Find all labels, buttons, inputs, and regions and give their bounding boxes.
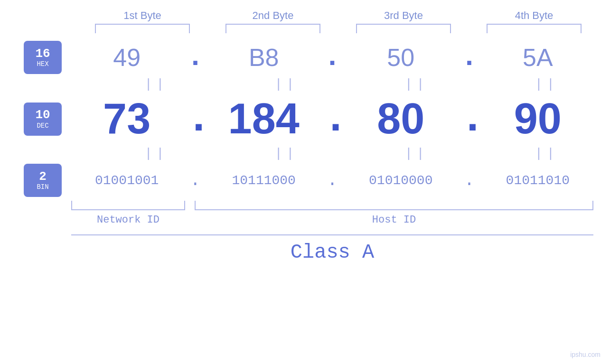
equals-7: || bbox=[364, 146, 469, 161]
hex-val-1: 49 bbox=[75, 43, 179, 72]
hex-val-2: B8 bbox=[212, 43, 316, 72]
bin-row: 2 BIN 01001001 . 10111000 . 01010000 . 0… bbox=[9, 164, 601, 197]
bin-val-1: 01001001 bbox=[75, 173, 179, 188]
bottom-section: Network ID Host ID Class A bbox=[9, 201, 601, 264]
bracket-1 bbox=[95, 24, 190, 33]
dec-badge-label: DEC bbox=[37, 122, 48, 130]
dec-val-3: 80 bbox=[348, 94, 453, 143]
equals-1: || bbox=[104, 77, 208, 92]
hex-values: 49 . B8 . 50 . 5A bbox=[71, 43, 593, 72]
bin-badge-num: 2 bbox=[39, 170, 47, 184]
host-id-label: Host ID bbox=[195, 214, 593, 226]
main-container: 1st Byte 2nd Byte 3rd Byte 4th Byte 16 H… bbox=[0, 0, 610, 364]
bin-badge: 2 BIN bbox=[24, 164, 62, 197]
bin-values: 01001001 . 10111000 . 01010000 . 0101101… bbox=[71, 171, 593, 190]
dec-values: 73 . 184 . 80 . 90 bbox=[71, 94, 593, 143]
bin-val-4: 01011010 bbox=[486, 173, 590, 188]
byte-header-1: 1st Byte bbox=[90, 9, 195, 22]
hex-val-3: 50 bbox=[348, 43, 453, 72]
id-labels-row: Network ID Host ID bbox=[71, 214, 593, 226]
hex-row: 16 HEX 49 . B8 . 50 . 5A bbox=[9, 41, 601, 74]
equals-2: || bbox=[234, 77, 338, 92]
class-label: Class A bbox=[71, 241, 593, 264]
network-id-label: Network ID bbox=[71, 214, 185, 226]
equals-3: || bbox=[364, 77, 469, 92]
byte-header-2: 2nd Byte bbox=[221, 9, 325, 22]
equals-8: || bbox=[494, 146, 599, 161]
equals-row-1: || || || || bbox=[9, 76, 601, 93]
dot-hex-1: . bbox=[186, 43, 205, 72]
equals-row-2: || || || || bbox=[9, 145, 601, 162]
dot-dec-3: . bbox=[460, 95, 479, 143]
equals-cells-2: || || || || bbox=[102, 145, 601, 162]
dot-hex-3: . bbox=[460, 43, 479, 72]
bin-val-2: 10111000 bbox=[212, 173, 316, 188]
dot-bin-1: . bbox=[186, 171, 205, 190]
host-id-bracket bbox=[195, 201, 593, 210]
top-brackets bbox=[77, 24, 600, 33]
bracket-2 bbox=[225, 24, 320, 33]
dot-dec-1: . bbox=[186, 95, 205, 143]
dec-badge: 10 DEC bbox=[24, 103, 62, 136]
bin-val-3: 01010000 bbox=[348, 173, 453, 188]
equals-4: || bbox=[494, 77, 599, 92]
byte-header-4: 4th Byte bbox=[482, 9, 586, 22]
equals-cells-1: || || || || bbox=[102, 76, 601, 93]
dec-val-4: 90 bbox=[486, 94, 590, 143]
byte-header-3: 3rd Byte bbox=[351, 9, 456, 22]
dot-bin-2: . bbox=[323, 171, 342, 190]
dec-val-2: 184 bbox=[212, 94, 316, 143]
bracket-4 bbox=[487, 24, 582, 33]
dot-hex-2: . bbox=[323, 43, 342, 72]
bin-badge-label: BIN bbox=[37, 183, 48, 191]
hex-badge: 16 HEX bbox=[24, 41, 62, 74]
hex-badge-num: 16 bbox=[35, 47, 50, 61]
byte-headers-row: 1st Byte 2nd Byte 3rd Byte 4th Byte bbox=[77, 9, 600, 22]
hex-badge-label: HEX bbox=[37, 60, 48, 68]
dec-row: 10 DEC 73 . 184 . 80 . 90 bbox=[9, 94, 601, 143]
dot-dec-2: . bbox=[323, 95, 342, 143]
bracket-3 bbox=[356, 24, 451, 33]
hex-val-4: 5A bbox=[486, 43, 590, 72]
equals-6: || bbox=[234, 146, 338, 161]
watermark: ipshu.com bbox=[570, 351, 601, 358]
network-id-bracket bbox=[71, 201, 185, 210]
class-divider-line bbox=[71, 234, 593, 235]
bottom-brackets bbox=[71, 201, 593, 210]
dot-bin-3: . bbox=[460, 171, 479, 190]
dec-val-1: 73 bbox=[75, 94, 179, 143]
equals-5: || bbox=[104, 146, 208, 161]
dec-badge-num: 10 bbox=[35, 108, 50, 122]
